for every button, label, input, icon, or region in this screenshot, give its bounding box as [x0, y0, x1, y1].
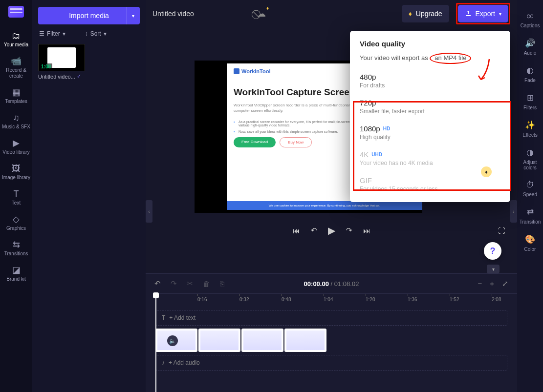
- split-icon[interactable]: ✂: [187, 279, 193, 288]
- text-track[interactable]: T+ Add text: [155, 310, 507, 326]
- chevron-down-icon: ▾: [499, 11, 501, 17]
- tool-label: Transition: [520, 219, 541, 225]
- tool-adjust-colors[interactable]: ◑Adjust colors: [518, 143, 543, 175]
- tool-label: Speed: [523, 192, 537, 197]
- tool-label: Adjust colors: [523, 160, 537, 170]
- nav-video-library[interactable]: ▶Video library: [1, 135, 31, 160]
- zoom-out-icon[interactable]: −: [478, 279, 482, 288]
- nav-brand-kit[interactable]: ◪Brand kit: [1, 262, 31, 287]
- nav-record-create[interactable]: 📹Record & create: [1, 53, 31, 84]
- speaker-icon: 🔊: [518, 38, 543, 48]
- collapse-down-icon[interactable]: ▾: [487, 265, 500, 273]
- fullscreen-icon[interactable]: ⛶: [498, 227, 505, 235]
- nav-text[interactable]: TText: [1, 186, 31, 211]
- filter-button[interactable]: ☰Filter▾: [39, 30, 65, 37]
- zoom-fit-icon[interactable]: ⤢: [502, 279, 508, 288]
- rewind-5-icon[interactable]: ↶: [311, 226, 317, 235]
- timeline-clip[interactable]: 🔈: [155, 329, 197, 352]
- tool-transition[interactable]: ⇄Transition: [518, 202, 543, 229]
- mute-icon[interactable]: 🔈: [167, 335, 178, 346]
- timeline-clip[interactable]: [241, 329, 283, 352]
- main-area: ☁⃠♦ ♦Upgrade Export ▾ WorkinTool WorkinT…: [146, 0, 517, 392]
- transition-icon: ⇄: [518, 207, 543, 217]
- nav-label: Transitions: [1, 251, 31, 257]
- chevron-down-icon[interactable]: ▾: [126, 7, 140, 24]
- crown-icon: ♦: [266, 5, 269, 11]
- project-title-input[interactable]: [152, 10, 250, 18]
- dropdown-title: Video quality: [360, 40, 500, 48]
- quality-option-720p[interactable]: 720pSmaller file, faster export: [360, 94, 500, 120]
- import-media-button[interactable]: Import media ▾: [38, 7, 140, 24]
- tool-label: Captions: [521, 23, 540, 28]
- add-audio-label: + Add audio: [169, 359, 200, 366]
- nav-label: Brand kit: [1, 276, 31, 282]
- media-panel: Import media ▾ ☰Filter▾ ↕Sort▾ 1:08 Unti…: [32, 0, 146, 392]
- upgrade-button[interactable]: ♦Upgrade: [402, 5, 449, 22]
- ruler-tick: 1:52: [450, 297, 459, 302]
- play-icon[interactable]: ▶: [328, 225, 335, 236]
- delete-icon[interactable]: 🗑: [203, 280, 210, 288]
- cloud-off-icon[interactable]: ☁⃠♦: [257, 8, 266, 19]
- skip-forward-icon[interactable]: ⏭: [363, 227, 370, 235]
- tool-color[interactable]: 🎨Color: [518, 229, 543, 257]
- nav-your-media[interactable]: 🗂Your media: [1, 27, 31, 53]
- video-track[interactable]: 🔈: [155, 329, 507, 352]
- quality-option-4k[interactable]: 4KUHDYour video has no 4K media♦: [360, 145, 500, 171]
- check-icon: ✓: [77, 73, 81, 80]
- undo-icon[interactable]: ↶: [154, 279, 161, 288]
- quality-option-1080p[interactable]: 1080pHDHigh quality: [360, 120, 500, 145]
- nav-templates[interactable]: ▦Templates: [1, 84, 31, 109]
- nav-graphics[interactable]: ◇Graphics: [1, 211, 31, 236]
- quality-option-480p[interactable]: 480pFor drafts: [360, 68, 500, 94]
- chevron-down-icon: ▾: [63, 30, 65, 37]
- preview-banner: We use cookies to improve your experienc…: [227, 201, 422, 210]
- nav-label: Templates: [1, 99, 31, 104]
- tool-label: Fade: [524, 78, 536, 83]
- tool-captions[interactable]: ㏄Captions: [518, 5, 543, 33]
- sort-button[interactable]: ↕Sort▾: [85, 30, 107, 37]
- fade-icon: ◐: [518, 65, 543, 76]
- tool-audio[interactable]: 🔊Audio: [518, 33, 543, 61]
- tool-effects[interactable]: ✨Effects: [518, 115, 543, 143]
- image-icon: 🖼: [1, 164, 31, 173]
- timeline-zoom: − + ⤢: [478, 279, 508, 288]
- timeline-clip[interactable]: [198, 329, 240, 352]
- brand-icon: ◪: [1, 266, 31, 274]
- skip-back-icon[interactable]: ⏮: [293, 227, 300, 235]
- tool-label: Audio: [524, 50, 537, 56]
- nav-label: Graphics: [1, 226, 31, 231]
- media-thumbnail[interactable]: 1:08 Untitled video...✓: [38, 44, 86, 80]
- nav-label: Image library: [1, 175, 31, 181]
- audio-track[interactable]: ♪+ Add audio: [155, 355, 507, 371]
- nav-image-library[interactable]: 🖼Image library: [1, 160, 31, 186]
- collapse-left-handle[interactable]: ‹: [146, 200, 152, 223]
- chevron-down-icon: ▾: [104, 30, 107, 37]
- duplicate-icon[interactable]: ⎘: [220, 280, 224, 288]
- tool-filters[interactable]: ⊞Filters: [518, 88, 543, 115]
- sort-label: Sort: [90, 30, 101, 37]
- palette-icon: 🎨: [518, 234, 543, 245]
- tool-label: Effects: [522, 132, 537, 138]
- collapse-right-handle[interactable]: ›: [510, 200, 517, 223]
- timeline-ruler[interactable]: 0:16 0:32 0:48 1:04 1:20 1:36 1:52 2:08: [155, 293, 517, 307]
- forward-5-icon[interactable]: ↷: [346, 226, 352, 235]
- folder-icon: 🗂: [1, 31, 31, 40]
- text-icon: T: [162, 314, 165, 321]
- ruler-tick: 2:08: [492, 297, 501, 302]
- transition-icon: ⇆: [1, 240, 31, 249]
- tool-label: Filters: [523, 105, 537, 110]
- filters-icon: ⊞: [518, 93, 543, 103]
- wand-icon: ✨: [518, 120, 543, 130]
- zoom-in-icon[interactable]: +: [490, 279, 494, 288]
- hd-badge: HD: [383, 126, 390, 131]
- timeline-clip[interactable]: [284, 329, 326, 352]
- quality-option-gif[interactable]: GIFFor videos 15 seconds or less: [360, 171, 500, 197]
- redo-icon[interactable]: ↷: [171, 279, 177, 288]
- nav-music-sfx[interactable]: ♫Music & SFX: [1, 109, 31, 135]
- nav-label: Video library: [1, 149, 31, 155]
- help-button[interactable]: ?: [484, 242, 501, 260]
- tool-fade[interactable]: ◐Fade: [518, 61, 543, 88]
- nav-transitions[interactable]: ⇆Transitions: [1, 236, 31, 262]
- tool-speed[interactable]: ⏱Speed: [518, 175, 543, 202]
- export-button[interactable]: Export ▾: [458, 5, 508, 22]
